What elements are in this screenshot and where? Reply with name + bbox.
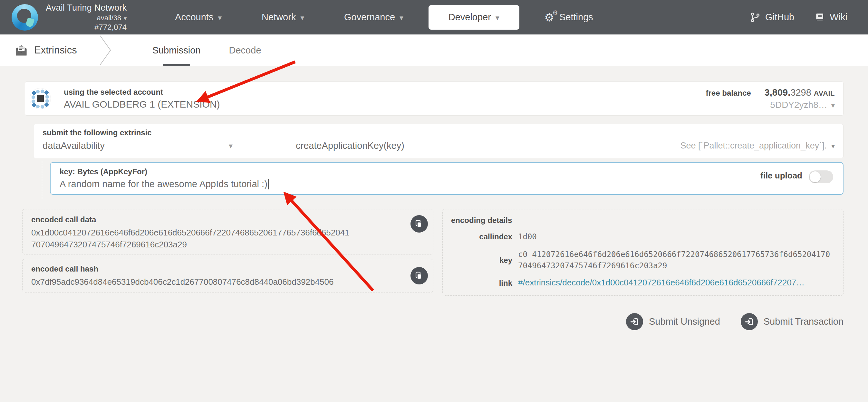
- nav-menus: Accounts Network Governance Developer ⚙⚙…: [155, 5, 613, 30]
- decode-link[interactable]: #/extrinsics/decode/0x1d00c0412072616e64…: [518, 278, 835, 288]
- encoded-call-data-box: encoded call data 0x1d00c0412072616e646f…: [22, 209, 433, 254]
- chevron-down-icon: [496, 12, 499, 23]
- callindex-value: 1d00: [518, 231, 835, 243]
- params-section: key: Bytes (AppKeyFor) A random name for…: [42, 161, 843, 199]
- app-title: Extrinsics: [34, 44, 77, 56]
- tab-decode[interactable]: Decode: [215, 34, 276, 66]
- nav-menu-accounts[interactable]: Accounts: [155, 5, 242, 30]
- balance-block: free balance 3,809.3298AVAIL 5DDY2yzh8…: [706, 87, 835, 110]
- nav-menu-network[interactable]: Network: [242, 5, 324, 30]
- encoded-call-data-label: encoded call data: [31, 215, 398, 224]
- wiki-link[interactable]: Wiki: [815, 12, 847, 23]
- method-doc-toggle[interactable]: See [`Pallet::create_application_key`].: [680, 141, 835, 151]
- avail-logo-icon[interactable]: [11, 4, 38, 31]
- toggle-knob: [810, 172, 820, 182]
- encoding-details-title: encoding details: [451, 216, 835, 225]
- encoded-call-hash-label: encoded call hash: [31, 265, 398, 274]
- link-label: link: [451, 278, 512, 288]
- method-dropdown[interactable]: createApplicationKey(key): [296, 141, 404, 151]
- chevron-down-icon: [831, 100, 835, 110]
- chevron-down-icon: [300, 12, 304, 23]
- extrinsics-envelope-icon: [15, 44, 28, 56]
- nav-menu-settings[interactable]: ⚙⚙ Settings: [525, 5, 613, 30]
- chain-spec[interactable]: avail/38: [97, 14, 127, 22]
- chevron-down-icon: [400, 12, 403, 23]
- network-info[interactable]: Avail Turing Network avail/38 #772,074: [46, 3, 127, 32]
- chevron-down-icon: [229, 142, 232, 150]
- encoded-call-data-line2: 7070496473207475746f7269616c203a29: [31, 239, 398, 251]
- copy-icon: [415, 219, 424, 228]
- key-input-value: A random name for the awesome AppIds tut…: [60, 179, 268, 189]
- file-upload-toggle[interactable]: [809, 171, 833, 183]
- free-balance-value: 3,809.3298AVAIL: [765, 87, 835, 98]
- key-detail-label: key: [451, 256, 512, 265]
- encoded-call-hash-box: encoded call hash 0x7df95adc9364d84e6531…: [22, 259, 433, 292]
- text-cursor: [269, 179, 269, 189]
- account-name: AVAIL GOLDBERG 1 (EXTENSION): [64, 99, 220, 110]
- network-name: Avail Turing Network: [46, 3, 127, 13]
- key-input-label: key: Bytes (AppKeyFor): [60, 167, 843, 176]
- chevron-down-icon: [218, 12, 222, 23]
- sign-in-icon: [626, 313, 643, 330]
- breadcrumb-separator: [99, 34, 113, 66]
- chevron-down-icon: [831, 141, 835, 151]
- github-link[interactable]: GitHub: [750, 11, 794, 23]
- account-identicon: [30, 88, 51, 109]
- account-address-toggle[interactable]: 5DDY2yzh8…: [770, 100, 835, 110]
- account-address-short: 5DDY2yzh8…: [770, 100, 827, 110]
- encoding-details-box: encoding details callindex 1d00 key c0 4…: [442, 209, 843, 296]
- outputs-section: encoded call data 0x1d00c0412072616e646f…: [25, 209, 843, 296]
- extrinsic-select-card: submit the following extrinsic dataAvail…: [33, 124, 843, 158]
- method-name: createApplicationKey(key): [296, 141, 404, 151]
- pallet-dropdown[interactable]: dataAvailability: [42, 141, 232, 151]
- extrinsics-page: Avail Turing Network avail/38 #772,074 A…: [0, 0, 868, 402]
- nav-external-links: GitHub Wiki: [750, 11, 847, 23]
- tabs: Submission Decode: [138, 34, 276, 66]
- chevron-down-icon: [124, 14, 127, 22]
- extrinsic-select-label: submit the following extrinsic: [42, 128, 152, 137]
- tab-submission[interactable]: Submission: [138, 34, 215, 66]
- encoded-call-hash-value: 0x7df95adc9364d84e65319dcb406c2c1d267700…: [31, 276, 398, 288]
- free-balance-label: free balance: [706, 89, 751, 98]
- sign-in-icon: [741, 313, 758, 330]
- callindex-label: callindex: [451, 231, 512, 241]
- top-navbar: Avail Turing Network avail/38 #772,074 A…: [0, 0, 868, 34]
- block-number: #772,074: [94, 23, 127, 32]
- git-branch-icon: [750, 11, 761, 23]
- file-upload-label: file upload: [761, 171, 802, 181]
- key-detail-value: c0 412072616e646f6d206e616d6520666f72207…: [518, 249, 835, 272]
- copy-call-hash-button[interactable]: [410, 267, 428, 284]
- nav-menu-developer[interactable]: Developer: [429, 5, 519, 30]
- pallet-name: dataAvailability: [42, 141, 105, 151]
- submit-transaction-button[interactable]: Submit Transaction: [741, 313, 843, 330]
- identicon-center: [37, 95, 44, 102]
- tab-row: Extrinsics Submission Decode: [0, 34, 868, 66]
- actions-row: Submit Unsigned Submit Transaction: [25, 313, 843, 330]
- file-upload-control: file upload: [761, 171, 833, 183]
- book-icon: [815, 12, 825, 23]
- gear-small-icon: ⚙: [552, 9, 558, 16]
- submit-unsigned-button[interactable]: Submit Unsigned: [626, 313, 720, 330]
- gear-icon: ⚙⚙: [545, 12, 554, 23]
- nav-menu-governance[interactable]: Governance: [324, 5, 423, 30]
- account-select[interactable]: using the selected account AVAIL GOLDBER…: [25, 82, 843, 116]
- main-content: using the selected account AVAIL GOLDBER…: [0, 66, 868, 330]
- key-input[interactable]: key: Bytes (AppKeyFor) A random name for…: [50, 162, 843, 195]
- account-select-label: using the selected account: [64, 88, 220, 97]
- method-doc-text: See [`Pallet::create_application_key`].: [680, 141, 827, 151]
- breadcrumb: Extrinsics: [15, 34, 77, 66]
- copy-icon: [415, 271, 424, 280]
- copy-call-data-button[interactable]: [410, 215, 428, 233]
- encoded-call-data-line1: 0x1d00c0412072616e646f6d206e616d6520666f…: [31, 227, 398, 239]
